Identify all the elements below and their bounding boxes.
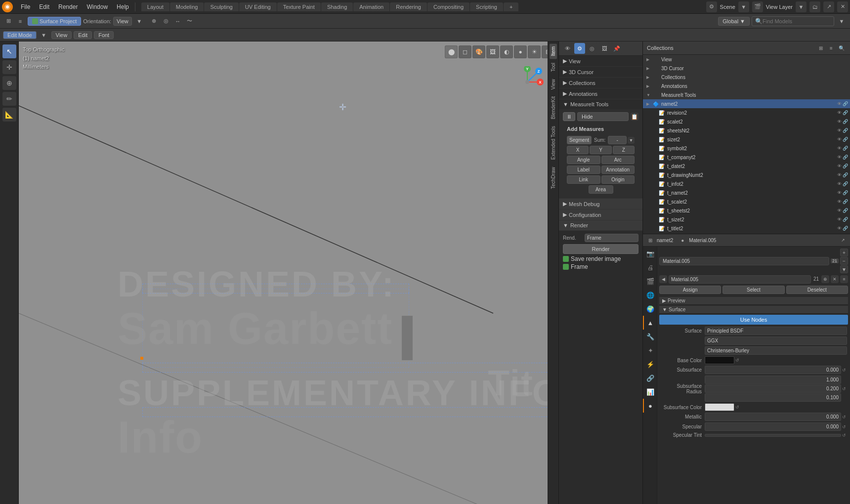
- area-btn[interactable]: Area: [589, 185, 613, 194]
- deselect-btn[interactable]: Deselect: [786, 286, 848, 294]
- arc-btn[interactable]: Arc: [601, 156, 635, 164]
- specular-field[interactable]: 0.000: [705, 422, 841, 431]
- tab-compositing[interactable]: Compositing: [427, 2, 469, 11]
- metallic-reset[interactable]: ↺: [841, 415, 847, 420]
- panel-img-btn[interactable]: 🖼: [599, 43, 610, 54]
- pause-btn[interactable]: ⏸: [563, 112, 575, 121]
- psi-modifier[interactable]: 🔧: [643, 330, 657, 343]
- select-icon[interactable]: 🔗: [843, 199, 848, 204]
- mat-remove-btn[interactable]: −: [840, 257, 848, 265]
- material-name-field[interactable]: Material.005: [659, 257, 829, 265]
- select-icon[interactable]: 🔗: [843, 101, 848, 106]
- subsurface-field[interactable]: 0.000: [705, 366, 841, 374]
- tab-modeling[interactable]: Modeling: [170, 2, 204, 11]
- viewlayer-icon[interactable]: 🗂: [809, 1, 820, 12]
- select-icon[interactable]: 🔗: [843, 155, 848, 160]
- tab-scripting[interactable]: Scripting: [470, 2, 503, 11]
- visibility-icon[interactable]: 👁: [837, 101, 842, 106]
- tool-measure[interactable]: 📐: [2, 108, 16, 122]
- psi-output[interactable]: 🖨: [643, 260, 657, 274]
- visibility-icon[interactable]: 👁: [837, 110, 842, 115]
- visibility-icon[interactable]: 👁: [837, 208, 842, 213]
- outliner-item[interactable]: 📝t_titlet2👁🔗: [643, 224, 850, 233]
- select-icon[interactable]: 🔗: [843, 181, 848, 186]
- tool-select[interactable]: ↖: [2, 44, 16, 58]
- tab-shading[interactable]: Shading: [321, 2, 353, 11]
- snap-magnet-icon[interactable]: ⊕: [149, 16, 160, 27]
- visibility-icon[interactable]: 👁: [837, 128, 842, 133]
- outliner-item[interactable]: 📝scalet2👁🔗: [643, 117, 850, 126]
- tab-animation[interactable]: Animation: [353, 2, 389, 11]
- edit-btn[interactable]: Edit: [74, 31, 92, 39]
- mat-unlink-btn[interactable]: ✕: [831, 275, 839, 283]
- curve-icon[interactable]: 〜: [184, 16, 195, 27]
- outliner-item[interactable]: 📝t_scalet2👁🔗: [643, 197, 850, 206]
- side-tab-blenderkit[interactable]: BlenderKit: [550, 93, 557, 122]
- viewlayer-dropdown[interactable]: ▼: [796, 1, 807, 12]
- outliner-item[interactable]: ▶Collections: [643, 73, 850, 82]
- mat-specials2-btn[interactable]: ≡: [840, 275, 848, 283]
- frame-dropdown[interactable]: Frame: [585, 234, 638, 242]
- outliner-item[interactable]: ▶🔷namet2👁🔗: [643, 99, 850, 108]
- psi-view[interactable]: 🎬: [643, 274, 657, 288]
- menu-file[interactable]: File: [17, 2, 34, 11]
- base-color-reset[interactable]: ↺: [734, 358, 740, 363]
- side-tab-techdraw[interactable]: TechDraw: [550, 164, 557, 192]
- configuration-section[interactable]: ▶ Configuration: [559, 210, 642, 220]
- side-tab-item[interactable]: Item: [550, 43, 557, 59]
- select-icon[interactable]: 🔗: [843, 172, 848, 177]
- y-btn[interactable]: Y: [590, 146, 611, 154]
- mat-add-btn[interactable]: +: [840, 249, 848, 256]
- font-btn[interactable]: Font: [94, 31, 114, 39]
- axis-gizmo[interactable]: Y X Z: [511, 66, 544, 98]
- search-options-icon[interactable]: ▼: [836, 16, 847, 27]
- save-render-checkbox[interactable]: [563, 256, 569, 262]
- subsurface-color-reset[interactable]: ↺: [734, 405, 740, 410]
- frame-checkbox[interactable]: [563, 264, 569, 270]
- viewport[interactable]: Top Orthographic (1) namet2 Millimeters …: [19, 42, 558, 504]
- outliner-item[interactable]: ▶3D Cursor: [643, 64, 850, 73]
- select-icon[interactable]: 🔗: [843, 164, 848, 168]
- outliner-item[interactable]: 📝sheetsNt2👁🔗: [643, 126, 850, 135]
- menu-edit[interactable]: Edit: [35, 2, 53, 11]
- subsurface-reset[interactable]: ↺: [841, 368, 847, 373]
- select-btn[interactable]: Select: [722, 286, 784, 294]
- tab-layout[interactable]: Layout: [141, 2, 170, 11]
- psi-data[interactable]: 📊: [643, 385, 657, 399]
- tab-sculpting[interactable]: Sculpting: [204, 2, 238, 11]
- mat-copy-btn[interactable]: ⊕: [821, 275, 829, 283]
- outliner-item[interactable]: ▶View: [643, 55, 850, 64]
- psi-object[interactable]: ▲: [643, 316, 657, 330]
- select-icon[interactable]: 🔗: [843, 128, 848, 133]
- props-material-icon[interactable]: ●: [678, 236, 687, 245]
- render-btn[interactable]: Render: [563, 244, 638, 254]
- search-input[interactable]: [763, 18, 831, 24]
- eye-icon[interactable]: 📋: [631, 113, 638, 121]
- engine-icon[interactable]: ⚙: [706, 1, 717, 12]
- ggx-dropdown[interactable]: GGX: [705, 336, 847, 345]
- surface-type-dropdown[interactable]: Principled BSDF: [705, 327, 847, 335]
- annotations-section-header[interactable]: ▶ Annotations: [559, 88, 642, 99]
- vp-viewport-render[interactable]: 🎨: [472, 45, 485, 58]
- outliner-item[interactable]: ▼MeasureIt Tools: [643, 90, 850, 99]
- vp-viewport-render2[interactable]: 🖼: [486, 45, 499, 58]
- edit-mode-arrow[interactable]: ▼: [39, 30, 49, 41]
- edit-mode-dropdown[interactable]: Edit Mode: [3, 31, 37, 39]
- vp-viewport-opt1[interactable]: ◐: [500, 45, 513, 58]
- christensen-dropdown[interactable]: Christensen-Burley: [705, 346, 847, 355]
- assign-btn[interactable]: Assign: [659, 286, 721, 294]
- select-icon[interactable]: 🔗: [843, 119, 848, 124]
- origin-btn[interactable]: Origin: [601, 175, 635, 184]
- subsurface-radius-y[interactable]: 0.200: [705, 384, 841, 393]
- sum-dropdown[interactable]: -: [608, 136, 627, 144]
- subsurface-color-swatch[interactable]: [705, 403, 734, 411]
- view-section-header[interactable]: ▶ View: [559, 56, 642, 66]
- properties-icon[interactable]: ≡: [15, 16, 26, 27]
- topbar-icon1[interactable]: ↗: [823, 1, 834, 12]
- surface-header[interactable]: ▼ Surface: [659, 306, 848, 314]
- z-btn[interactable]: Z: [613, 146, 635, 154]
- transform-icon[interactable]: ↔: [172, 16, 183, 27]
- outliner-search-btn[interactable]: 🔍: [837, 43, 846, 52]
- psi-particles[interactable]: ✦: [643, 343, 657, 357]
- tab-add[interactable]: +: [504, 2, 518, 11]
